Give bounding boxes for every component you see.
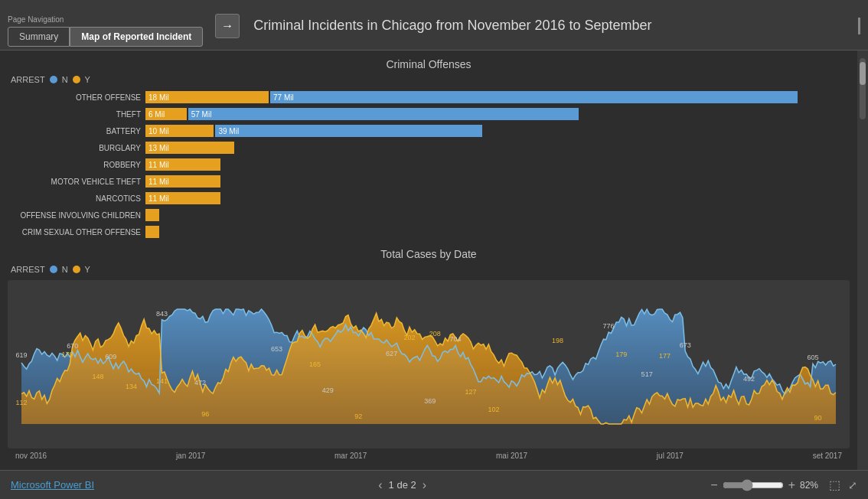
svg-text:92: 92 bbox=[354, 413, 362, 420]
svg-text:492: 492 bbox=[743, 375, 755, 383]
svg-text:112: 112 bbox=[16, 399, 28, 406]
bar-row: OFFENSE INVOLVING CHILDREN bbox=[15, 208, 850, 222]
bar-group: 10 Mil39 Mil bbox=[145, 125, 482, 137]
bar-label: CRIM SEXUAL OTHER OFFENSE bbox=[15, 228, 145, 236]
line-chart-container: 619 670 609 843 472 653 429 627 369 704 … bbox=[8, 280, 850, 448]
legend-dot-n bbox=[50, 76, 57, 83]
scroll-track[interactable] bbox=[860, 58, 866, 119]
svg-text:517: 517 bbox=[641, 370, 653, 378]
bar-label: MOTOR VEHICLE THEFT bbox=[15, 178, 145, 186]
svg-text:369: 369 bbox=[424, 397, 436, 405]
zoom-plus-icon[interactable]: + bbox=[788, 478, 795, 492]
expand-icon[interactable]: ⤢ bbox=[848, 479, 857, 491]
bar-group: 13 Mil bbox=[145, 142, 234, 154]
bar-chart: OTHER OFFENSE18 Mil77 MilTHEFT6 Mil57 Mi… bbox=[15, 90, 850, 239]
svg-text:673: 673 bbox=[680, 341, 691, 349]
svg-text:472: 472 bbox=[194, 379, 206, 386]
bar-label: BURGLARY bbox=[15, 144, 145, 152]
bar-group: 11 Mil bbox=[145, 158, 220, 171]
page-navigation: Page Navigation Summary Map of Reported … bbox=[8, 5, 203, 47]
legend-dot-n2 bbox=[50, 266, 57, 273]
bar-row: THEFT6 Mil57 Mil bbox=[15, 107, 850, 121]
arrest-legend-cases: ARREST N Y bbox=[11, 265, 850, 274]
bar-group: 11 Mil bbox=[145, 175, 220, 188]
scroll-thumb[interactable] bbox=[860, 62, 866, 85]
x-axis-label: mai 2017 bbox=[496, 452, 527, 460]
svg-text:627: 627 bbox=[386, 350, 397, 357]
page-info: 1 de 2 bbox=[389, 479, 416, 491]
bar-row: CRIM SEXUAL OTHER OFFENSE bbox=[15, 225, 850, 239]
bar-row: NARCOTICS11 Mil bbox=[15, 191, 850, 205]
svg-text:134: 134 bbox=[126, 383, 137, 390]
svg-text:202: 202 bbox=[403, 334, 415, 341]
svg-text:619: 619 bbox=[16, 351, 28, 359]
bar-orange: 18 Mil bbox=[145, 91, 269, 103]
bar-label: OTHER OFFENSE bbox=[15, 93, 145, 102]
bar-orange: 6 Mil bbox=[145, 108, 187, 120]
scrollbar-area bbox=[857, 51, 868, 470]
next-page-arrow[interactable]: › bbox=[423, 478, 426, 492]
power-bi-link[interactable]: Microsoft Power BI bbox=[11, 479, 94, 491]
bar-blue: 39 Mil bbox=[215, 125, 482, 137]
bar-row: BATTERY10 Mil39 Mil bbox=[15, 124, 850, 138]
zoom-level: 82% bbox=[800, 480, 818, 491]
arrest-label-cases: ARREST bbox=[11, 265, 45, 274]
x-axis-labels: nov 2016jan 2017mar 2017mai 2017jul 2017… bbox=[8, 452, 850, 460]
page-nav-label: Page Navigation bbox=[8, 15, 203, 24]
main-content: Criminal Offenses ARREST N Y OTHER OFFEN… bbox=[0, 51, 868, 470]
svg-text:177: 177 bbox=[659, 352, 671, 360]
zoom-minus-icon[interactable]: − bbox=[710, 478, 717, 492]
svg-text:776: 776 bbox=[603, 322, 615, 330]
svg-text:90: 90 bbox=[814, 414, 822, 422]
bar-group bbox=[145, 209, 159, 221]
bar-orange bbox=[145, 226, 159, 238]
top-bar: Page Navigation Summary Map of Reported … bbox=[0, 0, 868, 51]
bar-orange: 11 Mil bbox=[145, 158, 220, 171]
legend-n-label: N bbox=[62, 75, 68, 84]
svg-text:670: 670 bbox=[67, 342, 78, 350]
svg-text:127: 127 bbox=[465, 388, 477, 396]
map-button[interactable]: Map of Reported Incident bbox=[70, 27, 203, 47]
svg-text:141: 141 bbox=[156, 377, 168, 385]
zoom-controls: − + 82% ⬚ ⤢ bbox=[710, 478, 857, 492]
legend-n2-label: N bbox=[62, 265, 68, 274]
bar-group bbox=[145, 226, 159, 238]
legend-y-label: Y bbox=[85, 75, 90, 84]
nav-buttons: Summary Map of Reported Incident bbox=[8, 27, 203, 47]
svg-text:429: 429 bbox=[322, 386, 334, 394]
bar-label: OFFENSE INVOLVING CHILDREN bbox=[15, 211, 145, 220]
prev-page-arrow[interactable]: ‹ bbox=[378, 478, 382, 492]
pagination: ‹ 1 de 2 › bbox=[378, 478, 426, 492]
bar-group: 6 Mil57 Mil bbox=[145, 108, 579, 120]
page-title: Criminal Incidents in Chicago from Novem… bbox=[253, 18, 847, 34]
legend-dot-y bbox=[73, 76, 80, 83]
svg-text:165: 165 bbox=[309, 360, 321, 368]
bar-row: MOTOR VEHICLE THEFT11 Mil bbox=[15, 174, 850, 188]
svg-text:605: 605 bbox=[807, 354, 818, 361]
charts-area: Criminal Offenses ARREST N Y OTHER OFFEN… bbox=[0, 51, 857, 470]
bar-label: ROBBERY bbox=[15, 161, 145, 169]
svg-text:96: 96 bbox=[201, 410, 209, 418]
bar-group: 18 Mil77 Mil bbox=[145, 91, 798, 103]
arrow-button[interactable]: → bbox=[215, 14, 240, 38]
svg-text:208: 208 bbox=[429, 330, 441, 338]
svg-text:148: 148 bbox=[93, 373, 104, 380]
bar-blue: 77 Mil bbox=[270, 91, 798, 103]
summary-button[interactable]: Summary bbox=[8, 27, 70, 47]
title-divider bbox=[858, 18, 860, 34]
legend-y2-label: Y bbox=[85, 265, 90, 274]
bar-label: NARCOTICS bbox=[15, 194, 145, 203]
svg-text:179: 179 bbox=[615, 351, 627, 358]
arrest-legend-offenses: ARREST N Y bbox=[11, 75, 850, 84]
zoom-slider[interactable] bbox=[723, 479, 784, 491]
bar-orange: 11 Mil bbox=[145, 192, 220, 204]
svg-text:179: 179 bbox=[62, 351, 73, 358]
bar-blue: 57 Mil bbox=[188, 108, 579, 120]
bar-group: 11 Mil bbox=[145, 192, 220, 204]
criminal-offenses-title: Criminal Offenses bbox=[8, 58, 850, 70]
svg-text:609: 609 bbox=[105, 353, 116, 360]
bar-row: BURGLARY13 Mil bbox=[15, 141, 850, 155]
fit-screen-icon[interactable]: ⬚ bbox=[829, 478, 840, 492]
x-axis-label: jul 2017 bbox=[657, 452, 684, 460]
x-axis-label: mar 2017 bbox=[334, 452, 367, 460]
